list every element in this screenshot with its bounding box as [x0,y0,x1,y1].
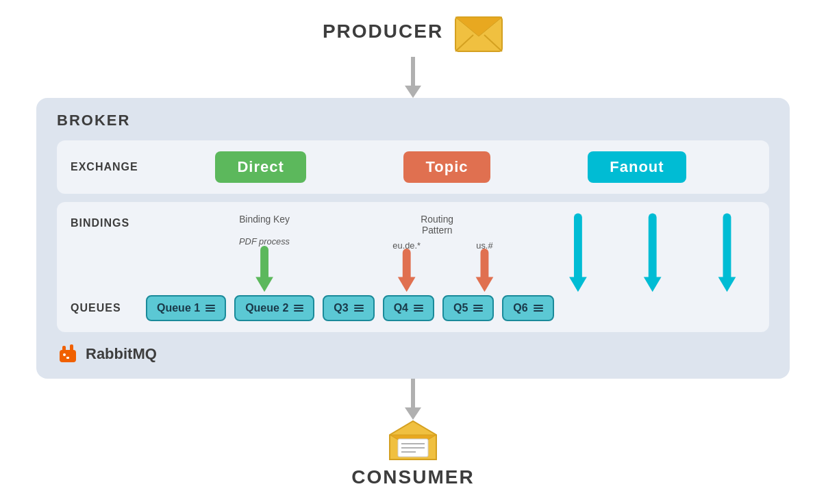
routing-pattern-text: Routing [421,214,453,225]
consumer-envelope-icon [388,420,438,461]
svg-marker-13 [644,277,662,292]
queues-label: QUEUES [71,302,146,314]
queue-1-button[interactable]: Queue 1 [146,295,226,321]
svg-rect-18 [70,344,73,354]
svg-point-19 [63,353,66,356]
producer-section: PRODUCER [323,16,503,57]
broker-label: BROKER [57,112,769,129]
queue-4-lines-icon [414,305,423,312]
exchange-label: EXCHANGE [71,161,146,173]
svg-marker-11 [569,277,587,292]
bindings-queues-area: BINDINGS Binding Key PDF process R [57,202,769,332]
bindings-row: BINDINGS Binding Key PDF process R [71,210,755,292]
topic-exchange-button[interactable]: Topic [403,151,490,183]
rabbitmq-logo: RabbitMQ [57,343,769,365]
consumer-section: CONSUMER [351,420,474,488]
queue-3-label: Q3 [334,302,348,314]
svg-rect-17 [62,346,66,354]
binding-key-text: Binding Key [239,214,290,225]
queue-2-button[interactable]: Queue 2 [234,295,314,321]
broker-box: BROKER EXCHANGE Direct Topic Fanout BIND… [36,98,790,379]
broker-to-consumer-arrow [406,379,420,420]
queue-2-label: Queue 2 [245,302,288,314]
producer-label: PRODUCER [323,21,443,42]
fanout-exchange-button[interactable]: Fanout [588,151,686,183]
diagram-container: PRODUCER BROKER EXCHANGE Direct Topic Fa… [36,16,790,488]
routing-pattern-text2: Pattern [422,225,453,236]
svg-marker-15 [718,277,736,292]
svg-marker-9 [476,277,494,292]
bindings-svg: Binding Key PDF process Routing Pattern … [146,210,755,292]
queue-2-lines-icon [294,305,303,312]
queue-5-label: Q5 [453,302,468,314]
queue-3-button[interactable]: Q3 [323,295,374,321]
queues-list: Queue 1 Queue 2 Q3 Q4 [146,295,755,321]
bindings-arrows-area: Binding Key PDF process Routing Pattern … [146,210,755,292]
queue-4-button[interactable]: Q4 [383,295,434,321]
exchange-buttons: Direct Topic Fanout [146,151,755,183]
svg-rect-20 [66,357,69,359]
queue-5-lines-icon [473,305,483,312]
rabbitmq-icon [57,343,79,365]
queue-1-label: Queue 1 [157,302,200,314]
queue-3-lines-icon [354,305,364,312]
bindings-label: BINDINGS [71,217,146,229]
rabbitmq-text: RabbitMQ [86,345,157,363]
pdf-process-text: PDF process [239,236,290,247]
queue-6-button[interactable]: Q6 [502,295,553,321]
queue-6-lines-icon [534,305,543,312]
queue-6-label: Q6 [513,302,527,314]
queue-4-label: Q4 [394,302,408,314]
direct-exchange-button[interactable]: Direct [215,151,305,183]
consumer-label: CONSUMER [351,466,474,488]
exchange-area: EXCHANGE Direct Topic Fanout [57,140,769,194]
queue-5-button[interactable]: Q5 [442,295,494,321]
svg-marker-7 [398,277,416,292]
queue-1-lines-icon [205,305,215,312]
svg-marker-5 [255,277,273,292]
svg-rect-16 [60,350,76,362]
queues-row: QUEUES Queue 1 Queue 2 Q3 [71,295,755,321]
producer-envelope-icon [454,16,503,53]
producer-to-broker-arrow [406,57,420,98]
